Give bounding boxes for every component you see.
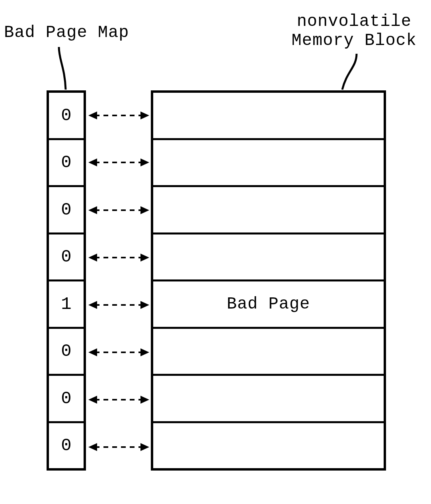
svg-marker-15 [88,443,97,451]
map-bit-7: 0 [49,423,84,469]
svg-marker-16 [140,111,149,119]
page-row-7 [153,423,384,469]
map-bit-4: 1 [49,281,84,329]
svg-marker-19 [140,254,149,262]
map-bit-3: 0 [49,234,84,282]
page-row-6 [153,376,384,423]
page-row-5 [153,329,384,376]
page-row-0 [153,93,384,140]
svg-marker-17 [140,158,149,166]
svg-marker-21 [140,348,149,356]
svg-marker-8 [88,111,97,119]
page-row-1 [153,140,384,188]
svg-marker-10 [88,206,97,214]
map-bit-6: 0 [49,376,84,423]
svg-marker-14 [88,396,97,404]
svg-marker-23 [140,443,149,451]
page-row-bad: Bad Page [153,281,384,329]
svg-marker-22 [140,396,149,404]
svg-marker-20 [140,301,149,309]
svg-marker-12 [88,301,97,309]
svg-marker-18 [140,206,149,214]
page-row-3 [153,234,384,282]
svg-marker-9 [88,158,97,166]
page-row-2 [153,187,384,234]
map-bit-5: 0 [49,329,84,376]
map-bit-0: 0 [49,93,84,140]
map-bit-1: 0 [49,140,84,188]
memory-block-column: Bad Page [151,90,386,471]
svg-marker-11 [88,254,97,262]
bad-page-map-column: 0 0 0 0 1 0 0 0 [47,90,86,471]
svg-marker-13 [88,348,97,356]
map-bit-2: 0 [49,187,84,234]
